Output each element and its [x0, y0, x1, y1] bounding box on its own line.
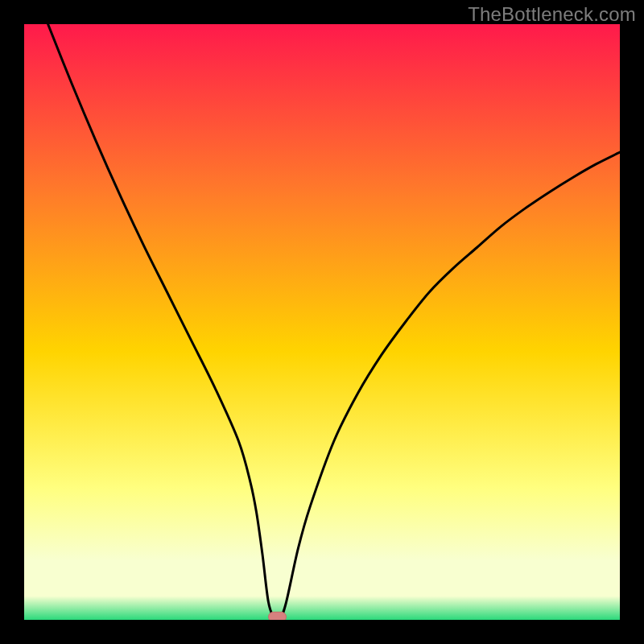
chart-plot-area	[24, 24, 620, 620]
chart-frame: TheBottleneck.com	[0, 0, 644, 644]
chart-svg	[24, 24, 620, 620]
gradient-background	[24, 24, 620, 620]
optimal-marker	[269, 612, 287, 620]
watermark-text: TheBottleneck.com	[468, 3, 636, 26]
